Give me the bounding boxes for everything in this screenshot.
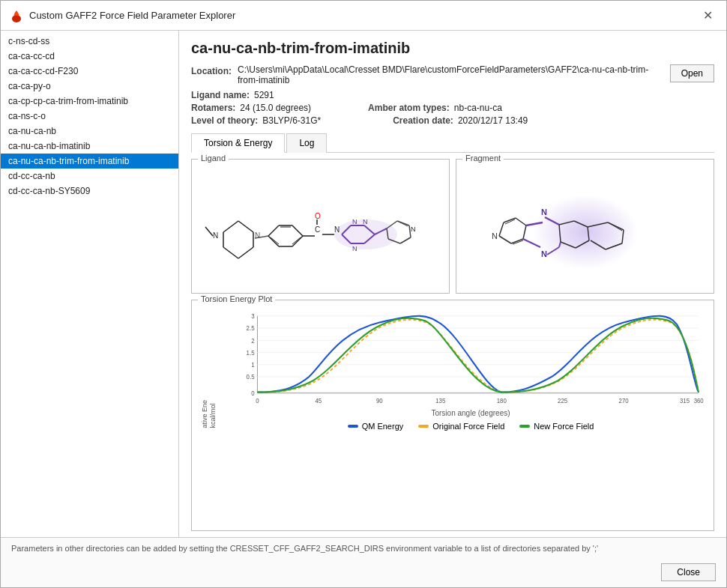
sidebar-item-ca-ca-cc-cd[interactable]: ca-ca-cc-cd: [1, 49, 178, 64]
svg-text:N: N: [541, 207, 547, 216]
svg-text:135: 135: [435, 397, 445, 404]
svg-text:N: N: [541, 249, 547, 258]
sidebar-item-ca-ns-c-o[interactable]: ca-ns-c-o: [1, 109, 178, 124]
legend-qm-dot: [348, 425, 358, 428]
svg-text:0: 0: [256, 397, 259, 404]
svg-line-49: [516, 218, 526, 225]
creation-label: Creation date:: [393, 115, 453, 126]
svg-text:O: O: [315, 212, 321, 220]
svg-text:270: 270: [619, 397, 629, 404]
tab-torsion-energy[interactable]: Torsion & Energy: [191, 133, 285, 153]
ligand-panel-content: N N: [192, 160, 449, 293]
sidebar: c-ns-cd-ssca-ca-cc-cdca-ca-cc-cd-F230ca-…: [1, 31, 179, 537]
svg-line-2: [238, 221, 253, 232]
panels-row: Ligand N N: [191, 159, 714, 294]
location-row: Location: C:\Users\mi\AppData\Local\Cres…: [191, 64, 714, 85]
y-axis-label: ative Ene kcal/mol: [201, 400, 217, 428]
level-label: Level of theory:: [191, 115, 258, 126]
torsion-plot-box: Torsion Energy Plot ative Ene kcal/mol: [191, 300, 714, 531]
sidebar-item-ca-nu-ca-nb-trim-from-imatinib[interactable]: ca-nu-ca-nb-trim-from-imatinib: [1, 154, 178, 169]
window-close-button[interactable]: ✕: [699, 7, 717, 24]
ligand-name-value: 5291: [254, 90, 274, 100]
amber-value: nb-ca-nu-ca: [454, 103, 502, 113]
sidebar-item-c-ns-cd-ss[interactable]: c-ns-cd-ss: [1, 34, 178, 49]
main-content: c-ns-cd-ssca-ca-cc-cdca-ca-cc-cd-F230ca-…: [1, 31, 726, 537]
sidebar-item-cd-cc-ca-nb-SY5609[interactable]: cd-cc-ca-nb-SY5609: [1, 184, 178, 198]
svg-line-45: [402, 237, 410, 243]
amber-label: Amber atom types:: [368, 103, 450, 113]
level-value: B3LYP/6-31G*: [262, 115, 321, 126]
svg-text:N: N: [363, 218, 368, 225]
svg-text:315: 315: [680, 397, 690, 404]
sidebar-item-ca-nu-ca-nb-imatinib[interactable]: ca-nu-ca-nb-imatinib: [1, 139, 178, 154]
svg-line-4: [238, 247, 253, 258]
svg-text:3: 3: [251, 313, 255, 320]
window-title: Custom GAFF2 Force Field Parameter Explo…: [29, 10, 235, 21]
legend-new-dot: [519, 425, 530, 428]
sidebar-item-ca-cp-cp-ca-trim-from-imatinib[interactable]: ca-cp-cp-ca-trim-from-imatinib: [1, 94, 178, 109]
legend-original-label: Original Force Field: [432, 422, 504, 431]
rotamers-value: 24 (15.0 degrees): [240, 103, 311, 113]
x-axis-label: Torsion angle (degrees): [235, 409, 706, 417]
sidebar-item-ca-nu-ca-nb[interactable]: ca-nu-ca-nb: [1, 124, 178, 139]
svg-text:0: 0: [251, 390, 255, 397]
svg-line-16: [268, 236, 279, 246]
location-value: C:\Users\mi\AppData\Local\Cresset BMD\Fl…: [238, 64, 664, 85]
legend-original-dot: [418, 425, 429, 428]
fragment-panel-content: N N N: [456, 160, 714, 293]
svg-line-19: [292, 237, 301, 244]
param-title: ca-nu-ca-nb-trim-from-imatinib: [191, 40, 714, 57]
svg-line-9: [205, 227, 213, 236]
rotamers-row: Rotamers: 24 (15.0 degrees) Amber atom t…: [191, 103, 714, 113]
bottom-notice-bar: Parameters in other directories can be a…: [1, 537, 726, 559]
legend-new-ff: New Force Field: [519, 422, 594, 431]
svg-text:N: N: [352, 218, 358, 225]
ligand-name-label: Ligand name:: [191, 90, 250, 100]
close-button[interactable]: Close: [661, 563, 716, 581]
torsion-chart-svg: 3 2.5 2 1.5 1 0.5 0 0 45 90 135 180 225 …: [235, 308, 706, 405]
bottom-notice-text: Parameters in other directories can be a…: [11, 544, 598, 553]
sidebar-item-ca-ca-cc-cd-F230[interactable]: ca-ca-cc-cd-F230: [1, 64, 178, 79]
creation-value: 2020/12/17 13:49: [458, 115, 528, 126]
svg-text:N: N: [352, 245, 358, 252]
legend-new-label: New Force Field: [534, 422, 594, 431]
ligand-name-row: Ligand name: 5291: [191, 90, 714, 100]
svg-point-46: [533, 195, 638, 270]
ligand-molecule-svg: N N: [201, 169, 441, 285]
svg-line-18: [271, 237, 279, 244]
svg-text:225: 225: [558, 397, 567, 404]
rotamers-label: Rotamers:: [191, 103, 235, 113]
svg-line-13: [292, 225, 303, 236]
tab-log[interactable]: Log: [286, 133, 327, 153]
svg-text:2.5: 2.5: [247, 325, 255, 332]
open-button[interactable]: Open: [670, 64, 714, 82]
fragment-panel-label: Fragment: [462, 154, 504, 163]
svg-line-52: [499, 236, 511, 243]
legend-original-ff: Original Force Field: [418, 422, 504, 431]
svg-line-47: [499, 222, 504, 236]
svg-line-14: [292, 236, 303, 246]
svg-text:N: N: [492, 231, 498, 240]
sidebar-item-cd-cc-ca-nb[interactable]: cd-cc-ca-nb: [1, 169, 178, 184]
fragment-molecule-svg: N N N: [477, 169, 694, 285]
svg-text:C: C: [315, 225, 320, 234]
bottom-actions: Close: [1, 559, 726, 587]
legend-qm-energy: QM Energy: [348, 422, 404, 431]
title-bar: Custom GAFF2 Force Field Parameter Explo…: [1, 1, 726, 31]
svg-text:180: 180: [497, 397, 507, 404]
svg-text:N: N: [213, 231, 218, 240]
svg-text:2: 2: [251, 337, 255, 344]
sidebar-item-ca-ca-py-o[interactable]: ca-ca-py-o: [1, 79, 178, 94]
svg-text:1.5: 1.5: [247, 349, 255, 356]
ligand-panel-label: Ligand: [198, 154, 229, 163]
svg-text:1: 1: [251, 362, 255, 369]
svg-point-0: [12, 15, 21, 22]
svg-text:N: N: [411, 225, 416, 233]
svg-line-11: [268, 225, 279, 236]
level-row: Level of theory: B3LYP/6-31G* Creation d…: [191, 115, 714, 126]
right-panel: ca-nu-ca-nb-trim-from-imatinib Location:…: [179, 31, 726, 537]
svg-line-5: [223, 247, 238, 258]
meta-rows: Ligand name: 5291 Rotamers: 24 (15.0 deg…: [191, 90, 714, 128]
title-bar-left: Custom GAFF2 Force Field Parameter Explo…: [10, 9, 235, 22]
tab-bar: Torsion & Energy Log: [191, 133, 714, 153]
